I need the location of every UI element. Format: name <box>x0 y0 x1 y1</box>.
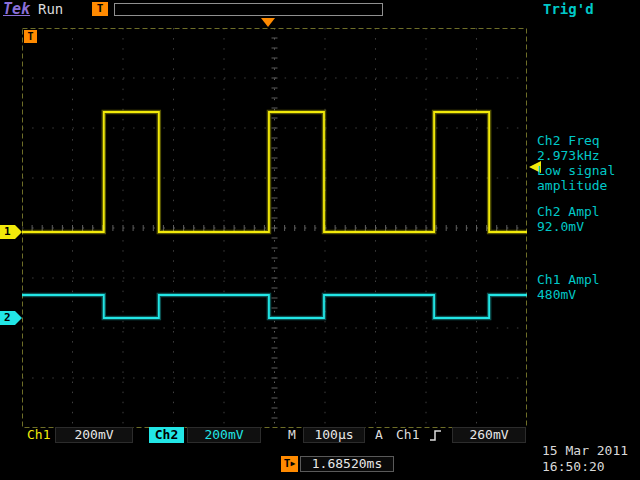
ch2-scale-label: Ch2 <box>149 427 184 443</box>
ch1-scale-value: 200mV <box>55 427 133 443</box>
measurement-label: Ch2 Ampl <box>537 204 639 219</box>
right-arrow-icon: ▶ <box>290 459 295 468</box>
graticule: T <box>22 28 527 428</box>
measurement-ch1-ampl: Ch1 Ampl 480mV <box>537 272 639 302</box>
ch2-scale-value: 200mV <box>187 427 261 443</box>
ch1-scale-label: Ch1 <box>27 427 50 443</box>
horizontal-trigger-position: 1.68520ms <box>300 456 394 472</box>
waveform-display <box>22 28 527 428</box>
measurement-note: Low signal <box>537 163 639 178</box>
time-readout: 16:50:20 <box>542 459 605 474</box>
timebase-value: 100µs <box>303 427 365 443</box>
measurement-ch2-freq: Ch2 Freq 2.973kHz Low signal amplitude <box>537 133 639 193</box>
trigger-corner-marker: T <box>24 30 37 43</box>
ch2-ground-marker: 2 <box>0 311 22 325</box>
record-view-bar <box>114 3 383 16</box>
trigger-position-marker <box>261 18 275 27</box>
acquisition-status: Run <box>38 1 63 17</box>
trigger-source: Ch1 <box>396 427 419 443</box>
ch1-ground-marker: 1 <box>0 225 22 239</box>
rising-edge-icon <box>429 428 442 443</box>
measurement-value: 480mV <box>537 287 639 302</box>
measurement-label: Ch2 Freq <box>537 133 639 148</box>
measurement-ch2-ampl: Ch2 Ampl 92.0mV <box>537 204 639 234</box>
timebase-label: M <box>288 427 296 443</box>
brand-logo: Tek <box>3 0 30 18</box>
measurement-label: Ch1 Ampl <box>537 272 639 287</box>
trigger-t-icon: T <box>92 2 108 16</box>
trigger-mode-label: A <box>375 427 383 443</box>
horizontal-trigger-icon: T▶ <box>281 456 298 472</box>
date-readout: 15 Mar 2011 <box>542 443 628 458</box>
trigger-level-value: 260mV <box>452 427 526 443</box>
measurement-note: amplitude <box>537 178 639 193</box>
measurement-value: 92.0mV <box>537 219 639 234</box>
trigger-status: Trig'd <box>543 1 594 17</box>
measurement-value: 2.973kHz <box>537 148 639 163</box>
